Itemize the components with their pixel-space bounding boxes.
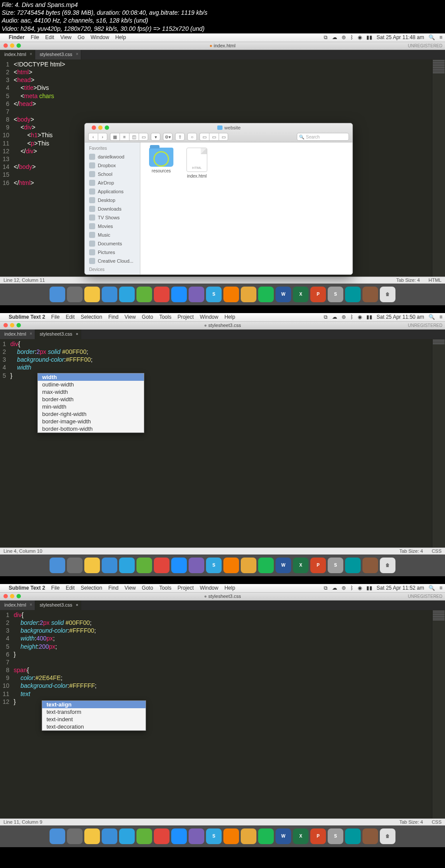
- sidebar-item[interactable]: Desktop: [85, 196, 140, 205]
- headset-icon[interactable]: ⊚: [342, 314, 346, 320]
- minimap[interactable]: [432, 339, 445, 548]
- dock-safari-icon[interactable]: [119, 558, 135, 573]
- dock-mail-icon[interactable]: [102, 558, 117, 573]
- menu-tools[interactable]: Tools: [159, 314, 171, 320]
- menu-help[interactable]: Help: [224, 585, 235, 591]
- dropbox-icon[interactable]: ⧉: [324, 34, 328, 40]
- headset-icon[interactable]: ⊚: [342, 34, 346, 40]
- dock-mail-icon[interactable]: [102, 828, 117, 844]
- delete-button[interactable]: ▭: [219, 133, 228, 141]
- autocomplete-item[interactable]: width: [38, 373, 144, 381]
- battery-icon[interactable]: ▮▮: [366, 585, 372, 591]
- menu-project[interactable]: Project: [177, 585, 193, 591]
- menu-window[interactable]: Window: [200, 585, 219, 591]
- new-folder-button[interactable]: ▭: [209, 133, 219, 141]
- menu-project[interactable]: Project: [177, 314, 193, 320]
- menu-edit[interactable]: Edit: [66, 585, 75, 591]
- menu-help[interactable]: Help: [224, 314, 235, 320]
- menu-window[interactable]: Window: [91, 34, 110, 40]
- bluetooth-icon[interactable]: ᛒ: [350, 585, 353, 591]
- menu-selection[interactable]: Selection: [81, 585, 102, 591]
- tab-index-html[interactable]: index.html×: [0, 50, 35, 59]
- autocomplete-item[interactable]: outline-width: [38, 381, 144, 388]
- dock-safari-icon[interactable]: [119, 828, 135, 844]
- autocomplete-item[interactable]: max-width: [38, 388, 144, 396]
- menu-icon[interactable]: ≡: [439, 34, 442, 40]
- dock-app-icon[interactable]: [362, 828, 378, 844]
- clock[interactable]: Sat 25 Apr 11:50 am: [377, 314, 424, 320]
- dock-arduino-icon[interactable]: [345, 828, 361, 844]
- wifi-icon[interactable]: ◉: [358, 34, 362, 40]
- tab-size[interactable]: Tab Size: 4: [399, 548, 423, 554]
- dock-chrome-icon[interactable]: [84, 828, 100, 844]
- arrange-button[interactable]: ▾: [151, 133, 160, 141]
- dock-appstore-icon[interactable]: [171, 287, 187, 302]
- dock-vlc-icon[interactable]: [241, 828, 256, 844]
- dock-word-icon[interactable]: W: [276, 828, 291, 844]
- sidebar-item[interactable]: danielkwood: [85, 152, 140, 161]
- menu-icon[interactable]: ≡: [439, 585, 442, 591]
- sidebar-item[interactable]: Applications: [85, 187, 140, 196]
- icon-view[interactable]: ▦: [110, 133, 120, 141]
- dock-launchpad-icon[interactable]: [67, 558, 83, 573]
- sidebar-item[interactable]: Documents: [85, 239, 140, 248]
- close-button[interactable]: [92, 125, 96, 130]
- zoom-button[interactable]: [105, 125, 109, 130]
- spotlight-icon[interactable]: 🔍: [428, 314, 435, 320]
- sidebar-item[interactable]: Movies: [85, 222, 140, 231]
- dock-trash-icon[interactable]: 🗑: [380, 558, 395, 573]
- dock-arduino-icon[interactable]: [345, 287, 361, 302]
- tab-index-html[interactable]: index.html×: [0, 330, 35, 339]
- dirty-icon[interactable]: ●: [76, 331, 78, 336]
- share-button[interactable]: ⇧: [175, 133, 185, 141]
- tab-stylesheet[interactable]: stylesheet3.css●: [35, 601, 81, 610]
- forward-button[interactable]: ›: [98, 133, 107, 141]
- finder-window[interactable]: website ‹› ▦≡◫▭ ▾ ⚙▾ ⇧ ○ ▭▭▭ 🔍Search Fav…: [84, 123, 353, 275]
- column-view[interactable]: ◫: [129, 133, 139, 141]
- autocomplete-item[interactable]: border-right-width: [38, 410, 144, 418]
- bluetooth-icon[interactable]: ᛒ: [350, 34, 353, 40]
- menu-file[interactable]: File: [51, 314, 60, 320]
- dock-vlc-icon[interactable]: [241, 287, 256, 302]
- clock[interactable]: Sat 25 Apr 11:52 am: [377, 585, 424, 591]
- sidebar-item[interactable]: Downloads: [85, 205, 140, 213]
- dock-skype-icon[interactable]: S: [206, 828, 222, 844]
- dock-finder-icon[interactable]: [50, 558, 65, 573]
- dock-safari-icon[interactable]: [119, 287, 135, 302]
- tags-button[interactable]: ○: [187, 133, 197, 141]
- minimize-button[interactable]: [10, 43, 14, 48]
- menu-file[interactable]: File: [51, 585, 60, 591]
- dock-itunes-icon[interactable]: [154, 287, 169, 302]
- cloud-icon[interactable]: ☁: [332, 314, 337, 320]
- syntax-language[interactable]: HTML: [428, 277, 442, 283]
- syntax-language[interactable]: CSS: [432, 819, 442, 825]
- dock-app-icon[interactable]: [223, 287, 239, 302]
- finder-content[interactable]: resources HTML index.html: [140, 142, 352, 275]
- dropbox-icon[interactable]: ⧉: [324, 585, 328, 591]
- close-icon[interactable]: ×: [76, 52, 79, 56]
- dock-word-icon[interactable]: W: [276, 558, 291, 573]
- dock-excel-icon[interactable]: X: [293, 558, 309, 573]
- battery-icon[interactable]: ▮▮: [366, 314, 372, 320]
- dock-powerpoint-icon[interactable]: P: [310, 287, 326, 302]
- headset-icon[interactable]: ⊚: [342, 585, 346, 591]
- dock-trash-icon[interactable]: 🗑: [380, 287, 395, 302]
- tab-stylesheet[interactable]: stylesheet3.css●: [35, 330, 81, 339]
- sidebar-item[interactable]: Dropbox: [85, 161, 140, 170]
- dock-mail-icon[interactable]: [102, 287, 117, 302]
- dock-app-icon[interactable]: [136, 558, 152, 573]
- autocomplete-item[interactable]: text-indent: [42, 716, 146, 723]
- dock-finder-icon[interactable]: [50, 287, 65, 302]
- code-content[interactable]: div{ border:2px solid #00FF00; backgroun…: [10, 339, 432, 548]
- menu-goto[interactable]: Goto: [142, 314, 153, 320]
- menu-view[interactable]: View: [125, 585, 136, 591]
- menu-find[interactable]: Find: [108, 314, 118, 320]
- sidebar-item[interactable]: TV Shows: [85, 213, 140, 222]
- close-icon[interactable]: ×: [30, 331, 32, 336]
- menu-goto[interactable]: Goto: [142, 585, 153, 591]
- sidebar-item[interactable]: Creative Cloud...: [85, 257, 140, 265]
- close-button[interactable]: [3, 323, 8, 327]
- dock-skype-icon[interactable]: S: [206, 287, 222, 302]
- dock-app-icon[interactable]: [136, 828, 152, 844]
- code-editor[interactable]: 123456789101112 div{ border:2px solid #0…: [0, 610, 445, 818]
